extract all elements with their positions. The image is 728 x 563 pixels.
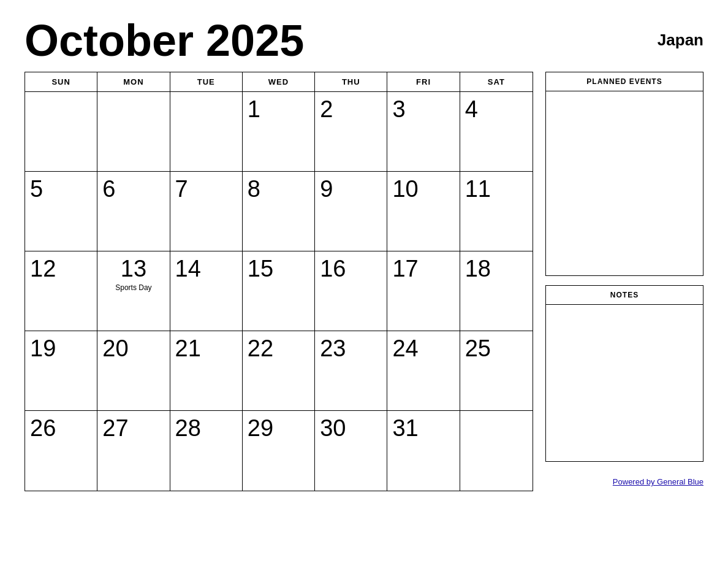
day-number: 22 xyxy=(248,336,309,362)
day-cell: 10 xyxy=(387,172,460,251)
day-cell: 14 xyxy=(170,251,243,331)
planned-events-box: PLANNED EVENTS xyxy=(545,72,703,276)
calendar-header: SUNMONTUEWEDTHUFRISAT xyxy=(25,72,533,92)
day-number: 14 xyxy=(175,256,237,282)
day-cell: 25 xyxy=(460,331,533,411)
day-header-sat: SAT xyxy=(460,72,533,91)
day-cell xyxy=(460,411,533,491)
day-number: 5 xyxy=(30,177,92,202)
day-number: 10 xyxy=(392,177,454,202)
powered-by: Powered by General Blue xyxy=(545,477,703,486)
day-cell: 6 xyxy=(97,172,170,251)
day-number: 16 xyxy=(320,256,382,282)
day-number: 1 xyxy=(248,97,309,123)
day-number: 30 xyxy=(320,416,382,442)
day-cell: 15 xyxy=(243,251,315,331)
day-number: 26 xyxy=(30,416,92,442)
calendar: SUNMONTUEWEDTHUFRISAT 12345678910111213S… xyxy=(25,72,533,491)
day-cell: 20 xyxy=(97,331,170,411)
day-cell: 30 xyxy=(315,411,387,491)
day-number: 18 xyxy=(465,256,528,282)
day-number: 20 xyxy=(102,336,164,362)
day-cell: 19 xyxy=(25,331,97,411)
day-number: 12 xyxy=(30,256,92,282)
day-cell: 23 xyxy=(315,331,387,411)
day-number: 11 xyxy=(465,177,528,202)
day-number: 21 xyxy=(175,336,237,362)
day-number: 29 xyxy=(248,416,309,442)
day-header-thu: THU xyxy=(315,72,387,91)
day-cell: 2 xyxy=(315,92,387,172)
day-cell: 13Sports Day xyxy=(97,251,170,331)
day-header-mon: MON xyxy=(97,72,170,91)
day-number: 25 xyxy=(465,336,528,362)
day-cell: 18 xyxy=(460,251,533,331)
day-number: 17 xyxy=(392,256,454,282)
day-number: 19 xyxy=(30,336,92,362)
day-cell: 7 xyxy=(170,172,243,251)
day-cell: 9 xyxy=(315,172,387,251)
day-number: 2 xyxy=(320,97,382,123)
day-cell: 16 xyxy=(315,251,387,331)
calendar-body: 12345678910111213Sports Day1415161718192… xyxy=(25,92,533,491)
day-cell xyxy=(25,92,97,172)
day-cell: 28 xyxy=(170,411,243,491)
day-cell: 17 xyxy=(387,251,460,331)
day-number: 28 xyxy=(175,416,237,442)
day-number: 4 xyxy=(465,97,528,123)
day-header-sun: SUN xyxy=(25,72,97,91)
month-title: October 2025 xyxy=(25,18,304,63)
day-number: 13 xyxy=(102,256,164,282)
day-cell: 29 xyxy=(243,411,315,491)
day-cell: 24 xyxy=(387,331,460,411)
notes-title: NOTES xyxy=(546,286,703,305)
day-number: 27 xyxy=(102,416,164,442)
day-number: 24 xyxy=(392,336,454,362)
day-header-tue: TUE xyxy=(170,72,243,91)
day-cell: 26 xyxy=(25,411,97,491)
notes-content xyxy=(546,305,703,461)
day-number: 3 xyxy=(392,97,454,123)
holiday-label: Sports Day xyxy=(102,283,164,292)
day-header-fri: FRI xyxy=(387,72,460,91)
day-cell: 5 xyxy=(25,172,97,251)
day-cell xyxy=(97,92,170,172)
day-cell: 21 xyxy=(170,331,243,411)
day-cell: 31 xyxy=(387,411,460,491)
day-cell: 1 xyxy=(243,92,315,172)
day-number: 31 xyxy=(392,416,454,442)
page-header: October 2025 Japan xyxy=(25,18,703,63)
notes-box: NOTES xyxy=(545,285,703,462)
powered-by-link[interactable]: Powered by General Blue xyxy=(613,477,703,486)
day-cell: 22 xyxy=(243,331,315,411)
day-number: 15 xyxy=(248,256,309,282)
sidebar: PLANNED EVENTS NOTES Powered by General … xyxy=(545,72,703,491)
day-number: 23 xyxy=(320,336,382,362)
day-number: 9 xyxy=(320,177,382,202)
day-cell xyxy=(170,92,243,172)
country-name: Japan xyxy=(658,18,703,50)
day-number: 8 xyxy=(248,177,309,202)
day-cell: 3 xyxy=(387,92,460,172)
main-content: SUNMONTUEWEDTHUFRISAT 12345678910111213S… xyxy=(25,72,703,491)
day-number: 7 xyxy=(175,177,237,202)
planned-events-title: PLANNED EVENTS xyxy=(546,72,703,91)
day-cell: 8 xyxy=(243,172,315,251)
day-header-wed: WED xyxy=(243,72,315,91)
day-cell: 27 xyxy=(97,411,170,491)
day-cell: 12 xyxy=(25,251,97,331)
day-cell: 11 xyxy=(460,172,533,251)
day-number: 6 xyxy=(102,177,164,202)
day-cell: 4 xyxy=(460,92,533,172)
planned-events-content xyxy=(546,91,703,275)
